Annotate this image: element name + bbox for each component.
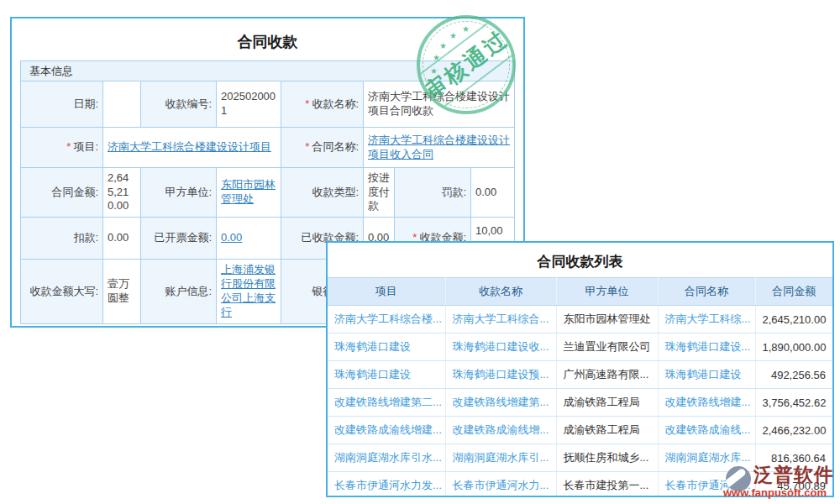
cell-contract-amount: 2,466,232.00 [755,417,832,444]
header-contract-amount: 合同金额 [755,278,832,306]
table-header-row: 项目 收款名称 甲方单位 合同名称 合同金额 [328,278,832,306]
table-row: 湖南洞庭湖水库引水... 湖南洞庭湖水库引... 抚顺住房和城乡... 湖南洞庭… [328,444,832,472]
cell-receipt-name-link[interactable]: 济南大学工科综合... [445,306,556,333]
contract-name-label: *合同名称: [281,128,364,168]
penalty-label: 罚款: [395,168,471,218]
cell-contract-name-link[interactable]: 珠海鹤港口建设... [658,333,755,361]
table-row: 珠海鹤港口建设 珠海鹤港口建设预... 广州高速路有限... 珠海鹤港口建设 4… [328,361,832,389]
table-row: 改建铁路成渝线增建... 改建铁路成渝线增... 成渝铁路工程局 改建铁路成渝线… [328,417,832,444]
cell-contract-amount: 3,756,452.62 [755,389,832,417]
cell-receipt-name-link[interactable]: 珠海鹤港口建设预... [445,361,556,389]
contract-amount-label: 合同金额: [21,168,103,218]
table-row: 济南大学工科综合楼... 济南大学工科综合... 东阳市园林管理处 济南大学工科… [328,306,832,333]
invoiced-amount-link[interactable]: 0.00 [221,231,242,245]
cell-project-link[interactable]: 改建铁路成渝线增建... [328,417,445,444]
receipt-name-label: *收款名称: [281,81,364,128]
project-value: 济南大学工科综合楼建设设计项目 [103,128,281,168]
form-title: 合同收款 [12,18,523,60]
cell-contract-name-link[interactable]: 长春市伊通河水... [658,472,755,498]
deduction-value: 0.00 [103,218,141,260]
cell-project-link[interactable]: 珠海鹤港口建设 [328,361,445,389]
cell-receipt-name-link[interactable]: 长春市伊通河水力... [445,472,556,498]
project-link[interactable]: 济南大学工科综合楼建设设计项目 [108,140,271,155]
cell-receipt-name-link[interactable]: 湖南洞庭湖水库引... [445,444,556,472]
amount-in-words-label: 收款金额大写: [21,260,103,323]
receipt-type-value: 按进度付款 [364,168,395,218]
penalty-value: 0.00 [471,168,514,218]
account-info-value: 上海浦发银行股份有限公司上海支行 [217,260,281,323]
date-label: 日期: [21,81,103,128]
receipt-name-value: 济南大学工科综合楼建设设计项目合同收款 [364,81,514,128]
cell-contract-name-link[interactable]: 改建铁路成渝线... [658,417,755,444]
header-party-a: 甲方单位 [556,278,658,306]
list-title: 合同收款列表 [328,243,832,277]
contract-name-value: 济南大学工科综合楼建设设计项目收入合同 [364,128,514,168]
cell-party-a: 成渝铁路工程局 [556,417,658,444]
cell-project-link[interactable]: 珠海鹤港口建设 [328,333,445,361]
cell-contract-name-link[interactable]: 湖南洞庭湖水库... [658,444,755,472]
cell-project-link[interactable]: 长春市伊通河水力发... [328,472,445,498]
header-contract-name: 合同名称 [658,278,755,306]
invoiced-amount-value: 0.00 [217,218,281,260]
cell-contract-name-link[interactable]: 改建铁路线增建... [658,389,755,417]
cell-party-a: 抚顺住房和城乡... [556,444,658,472]
cell-receipt-name-link[interactable]: 改建铁路成渝线增... [445,417,556,444]
cell-contract-name-link[interactable]: 济南大学工科综... [658,306,755,333]
cell-party-a: 广州高速路有限... [556,361,658,389]
cell-party-a: 成渝铁路工程局 [556,389,658,417]
account-info-label: 账户信息: [141,260,217,323]
cell-receipt-name-link[interactable]: 改建铁路线增建第... [445,389,556,417]
cell-contract-amount: 492,256.56 [755,361,832,389]
table-row: 长春市伊通河水力发... 长春市伊通河水力... 长春市建投第一... 长春市伊… [328,472,832,498]
party-a-label: 甲方单位: [141,168,217,218]
cell-project-link[interactable]: 济南大学工科综合楼... [328,306,445,333]
cell-contract-amount: 1,890,000.00 [755,333,832,361]
receipt-no-value: 2025020001 [217,81,281,128]
receipt-list-table: 项目 收款名称 甲方单位 合同名称 合同金额 济南大学工科综合楼... 济南大学… [328,277,832,497]
section-basic-info: 基本信息 [20,60,515,81]
project-label: *项目: [21,128,103,168]
amount-in-words-value: 壹万圆整 [103,260,141,323]
party-a-value: 东阳市园林管理处 [217,168,281,218]
receipt-no-label: 收款编号: [141,81,217,128]
cell-contract-amount: 2,645,210.00 [755,306,832,333]
date-field[interactable] [103,81,141,128]
contract-amount-value: 2,645,210.00 [103,168,141,218]
invoiced-amount-label: 已开票金额: [141,218,217,260]
deduction-label: 扣款: [21,218,103,260]
cell-contract-amount: 45,700.89 [755,472,832,498]
cell-party-a: 东阳市园林管理处 [556,306,658,333]
account-info-link[interactable]: 上海浦发银行股份有限公司上海支行 [221,263,276,320]
cell-project-link[interactable]: 改建铁路线增建第二... [328,389,445,417]
cell-contract-amount: 816,360.64 [755,444,832,472]
cell-receipt-name-link[interactable]: 珠海鹤港口建设收... [445,333,556,361]
header-receipt-name: 收款名称 [445,278,556,306]
cell-project-link[interactable]: 湖南洞庭湖水库引水... [328,444,445,472]
contract-name-link[interactable]: 济南大学工科综合楼建设设计项目收入合同 [368,134,510,162]
cell-party-a: 长春市建投第一... [556,472,658,498]
receipt-type-label: 收款类型: [281,168,364,218]
table-row: 改建铁路线增建第二... 改建铁路线增建第... 成渝铁路工程局 改建铁路线增建… [328,389,832,417]
party-a-link[interactable]: 东阳市园林管理处 [221,178,276,207]
cell-party-a: 兰迪置业有限公司 [556,333,658,361]
contract-receipt-list-panel: 合同收款列表 项目 收款名称 甲方单位 合同名称 合同金额 济南大学工科综合楼.… [326,241,834,497]
cell-contract-name-link[interactable]: 珠海鹤港口建设 [658,361,755,389]
table-row: 珠海鹤港口建设 珠海鹤港口建设收... 兰迪置业有限公司 珠海鹤港口建设... … [328,333,832,361]
header-project: 项目 [328,278,445,306]
